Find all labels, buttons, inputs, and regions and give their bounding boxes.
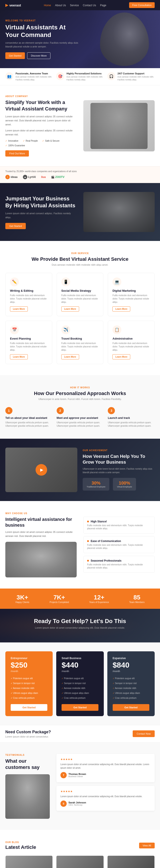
nav-cta-button[interactable]: Free Consultation bbox=[129, 2, 155, 8]
about-cta-button[interactable]: Find Out More bbox=[5, 150, 29, 157]
service-link-5[interactable]: Learn More bbox=[113, 354, 130, 360]
why-item-2: Seasoned Professionals Fuillo molestie d… bbox=[83, 556, 155, 573]
feature-title-0: Passionate, Awesome Team bbox=[15, 72, 53, 75]
service-card-1: 📱 Social Media Strategy Fuillo molestie … bbox=[57, 273, 104, 316]
counter-num-3: 85 bbox=[129, 594, 145, 601]
banner-image bbox=[83, 192, 155, 232]
why-left: WHY CHOOSE US Intelligent virtual assist… bbox=[5, 512, 77, 577]
step-num-1: 2 bbox=[57, 407, 64, 414]
counter-num-0: 3K+ bbox=[15, 594, 29, 601]
blog-image-0 bbox=[6, 856, 52, 868]
trust-logos: i ideaa ☁ LyrtAI liua 🎬 ZOOTV bbox=[5, 175, 155, 179]
price-period-basic: /month bbox=[11, 670, 47, 673]
nav-contact[interactable]: Contact Us bbox=[83, 4, 96, 7]
custom-cta-button[interactable]: Contact Now bbox=[133, 731, 155, 737]
banner-cta-button[interactable]: Get Started bbox=[5, 223, 26, 229]
service-desc-4: Fuillo molestie duis sed elementum dolor… bbox=[61, 342, 99, 351]
service-icon-1: 📱 bbox=[61, 277, 70, 286]
nav-about[interactable]: About Us bbox=[55, 4, 66, 7]
feature-item-2: 🎧 24/7 Customer Support Duis aenean mole… bbox=[107, 72, 155, 81]
blog-view-all-button[interactable]: View All bbox=[139, 843, 155, 848]
testimonials-left: TESTIMONIALS What our customers say bbox=[5, 754, 50, 819]
hero-secondary-button[interactable]: Discover More bbox=[27, 52, 50, 59]
service-link-4[interactable]: Learn More bbox=[61, 354, 79, 360]
video-title: How Veerast Can Help You To Grow Your Bu… bbox=[83, 453, 155, 465]
pricing-cta-premium[interactable]: Get Started bbox=[113, 704, 149, 711]
hero-image bbox=[89, 10, 160, 68]
services-subtitle: Duis aenean molestie nibh molestie nibh … bbox=[5, 264, 155, 266]
blog-title: Latest Article bbox=[5, 844, 36, 850]
why-right: High Stance! Fuillo molestie duis sed el… bbox=[83, 512, 155, 577]
counter-2: 12+ Years of Experience bbox=[89, 594, 109, 603]
video-description: Ullamcorper in ante lorem furcot nibh lo… bbox=[83, 467, 155, 474]
banner-section: Jumpstart Your Business By Hiring Virtua… bbox=[0, 183, 160, 241]
why-dot-0 bbox=[87, 521, 89, 522]
why-item-1: Ease of Communication Fuillo molestie du… bbox=[83, 536, 155, 553]
service-desc-5: Fuillo molestie duis sed elementum dolor… bbox=[113, 342, 150, 351]
hero-tag: WELCOME TO VEERAST bbox=[5, 19, 81, 22]
cta-section: Ready To Get Help? Let's Do This Lorem i… bbox=[0, 609, 160, 643]
custom-section: Need Custom Package? Lorem ipsum dolor s… bbox=[0, 725, 160, 743]
counter-label-2: Years of Experience bbox=[89, 601, 109, 603]
price-tag-premium: Expansive bbox=[113, 657, 149, 660]
service-card-3: 📅 Event Planning Fuillo molestie duis se… bbox=[5, 321, 52, 364]
custom-description: Lorem ipsum dolor sit amet consectetur. bbox=[5, 735, 51, 738]
hero-section: WELCOME TO VEERAST Virtual Assistants At… bbox=[0, 10, 160, 68]
service-desc-0: Fuillo molestie duis sed elementum dolor… bbox=[10, 294, 47, 304]
service-desc-1: Fuillo molestie duis sed elementum dolor… bbox=[61, 294, 99, 304]
how-step-1: 2 Meet and approve your assistant Ullamc… bbox=[57, 407, 104, 428]
play-button[interactable]: ▶ bbox=[36, 464, 47, 476]
how-step-2: 3 Launch and track Ullamcorper gravida v… bbox=[108, 407, 155, 428]
cta-title: Ready To Get Help? Let's Do This bbox=[5, 618, 155, 625]
about-label: ABOUT COMPANY bbox=[5, 95, 77, 97]
service-link-0[interactable]: Learn More bbox=[10, 306, 28, 312]
blog-card-2[interactable]: Content What your business needs to know… bbox=[107, 856, 155, 868]
step-title-0: Tell us about your ideal assistant bbox=[5, 416, 52, 420]
service-title-1: Social Media Strategy bbox=[61, 289, 99, 292]
nav-home[interactable]: Home bbox=[44, 4, 51, 7]
service-link-2[interactable]: Learn More bbox=[113, 306, 130, 312]
blog-card-0[interactable]: Virtual Assistant Should you use chatbot… bbox=[5, 856, 53, 868]
nav-service[interactable]: Service bbox=[70, 4, 79, 7]
pricing-card-pro: Small Business $440 /month ✓ Polentem au… bbox=[56, 651, 104, 716]
feature-title-2: 24/7 Customer Support bbox=[118, 72, 155, 75]
stats-row: 30% Traditional Employee 100% Virtual Em… bbox=[83, 478, 155, 491]
why-title: Intelligent virtual assistance for busin… bbox=[5, 517, 77, 528]
logo[interactable]: ▶ veerast bbox=[5, 3, 21, 7]
step-num-0: 1 bbox=[5, 407, 12, 414]
blog-image-2 bbox=[108, 856, 154, 868]
cta-description: Lorem ipsum dolor sit amet consectetur a… bbox=[5, 626, 155, 629]
pricing-cta-pro[interactable]: Get Started bbox=[62, 704, 98, 711]
testimonial-1: ★★★★★ Lorem ipsum dolor sit amet consect… bbox=[56, 786, 155, 811]
about-left: ABOUT COMPANY Simplify Your Work with a … bbox=[5, 95, 77, 157]
service-link-3[interactable]: Learn More bbox=[10, 354, 28, 360]
price-features-basic: ✓ Polentem augue elit ✓ Semper in tempor… bbox=[11, 676, 47, 701]
pricing-card-basic: Entrepreneur $250 /month ✓ Polentem augu… bbox=[5, 651, 53, 716]
hero-primary-button[interactable]: Get Started bbox=[5, 52, 25, 59]
why-item-desc-0: Fuillo molestie duis sed elementum nibh.… bbox=[87, 524, 151, 530]
stat-num-0: 30% bbox=[87, 480, 105, 486]
blog-card-1[interactable]: Digital Marketing Everything you need to… bbox=[56, 856, 104, 868]
custom-title: Need Custom Package? bbox=[5, 730, 51, 734]
price-features-pro: ✓ Polentem augue elit ✓ Semper in tempor… bbox=[62, 676, 98, 701]
why-description: Lorem ipsum dolor sit amet consect adipi… bbox=[5, 530, 77, 538]
stat-label-1: Virtual Employee bbox=[117, 486, 132, 488]
feature-desc-1: Duis aenean molestie nibh molestie nibh.… bbox=[67, 75, 104, 81]
hero-content: WELCOME TO VEERAST Virtual Assistants At… bbox=[5, 19, 81, 59]
service-link-1[interactable]: Learn More bbox=[61, 306, 79, 312]
pricing-cta-basic[interactable]: Get Started bbox=[11, 704, 47, 711]
counter-1: 7K+ Projects Completed bbox=[49, 594, 69, 603]
feature-icon-1: 🎯 bbox=[56, 72, 64, 80]
testi-text-0: Lorem ipsum dolor sit amet consectetur a… bbox=[61, 763, 151, 770]
video-right: OUR ACHIEVEMENT How Veerast Can Help You… bbox=[83, 449, 155, 491]
pricing-card-premium: Expansive $840 /month ✓ Polentem augue e… bbox=[107, 651, 155, 716]
trust-logo-0: i ideaa bbox=[5, 175, 17, 179]
nav-page[interactable]: Page bbox=[100, 4, 106, 7]
pricing-cards: Entrepreneur $250 /month ✓ Polentem augu… bbox=[5, 651, 155, 716]
step-desc-2: Ullamcorper gravida vehicula pretium qua… bbox=[108, 421, 155, 428]
trust-bar: Trusted by 25,000+ world-class companies… bbox=[0, 166, 160, 183]
why-item-desc-2: Fuillo molestie duis sed elementum nibh.… bbox=[87, 563, 151, 569]
about-features: ✓Innovative ✓Real People ✓Safe & Secure … bbox=[5, 140, 77, 147]
why-item-0: High Stance! Fuillo molestie duis sed el… bbox=[83, 517, 155, 533]
about-description2: Lorem ipsum dolor sit amet consect adipi… bbox=[5, 129, 77, 136]
